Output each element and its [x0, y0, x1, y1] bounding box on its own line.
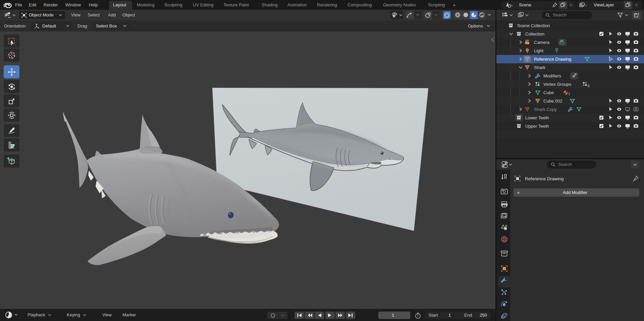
svg-text:Upper Teeth: Upper Teeth — [525, 124, 549, 129]
svg-text:Cube: Cube — [543, 90, 554, 95]
svg-text:Camera: Camera — [534, 40, 550, 45]
svg-text:6: 6 — [588, 84, 590, 88]
svg-text:Cube.002: Cube.002 — [543, 99, 562, 104]
svg-text:7: 7 — [568, 92, 570, 96]
svg-text:Collection: Collection — [525, 31, 544, 37]
svg-text:Vertex Groups: Vertex Groups — [543, 82, 572, 87]
svg-text:Shark Copy: Shark Copy — [534, 107, 557, 112]
svg-text:Light: Light — [534, 48, 544, 53]
svg-text:Shark: Shark — [534, 65, 545, 70]
svg-text:Scene Collection: Scene Collection — [517, 23, 550, 28]
svg-text:Reference Drawing: Reference Drawing — [534, 57, 571, 62]
svg-text:Modifiers: Modifiers — [543, 73, 561, 78]
svg-text:Lower Teeth: Lower Teeth — [525, 115, 549, 120]
